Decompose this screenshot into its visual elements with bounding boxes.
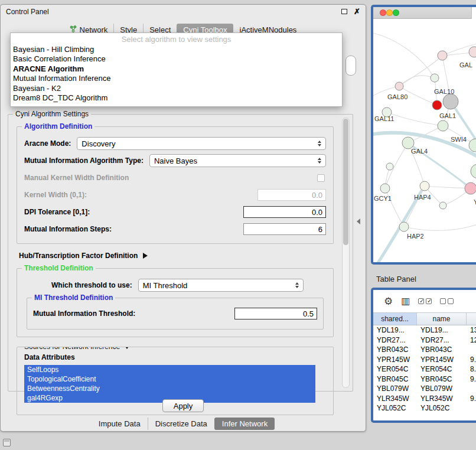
table-row[interactable]: YLR345WYLR345W9. [373, 394, 476, 404]
mi-steps-input[interactable] [243, 223, 326, 235]
zoom-button[interactable] [393, 9, 399, 16]
column-header-extra[interactable] [467, 313, 476, 325]
table-cell: YJL052C [417, 403, 467, 413]
table-row[interactable]: YJL052CYJL052C [373, 403, 476, 413]
table-row[interactable]: YPR145WYPR145W9. [373, 355, 476, 365]
network-edge [404, 224, 476, 230]
tab-discretize-data[interactable]: Discretize Data [148, 418, 214, 430]
column-header-name[interactable]: name [417, 313, 467, 325]
dropdown-arrows-icon [295, 282, 299, 288]
algorithm-item-bayesian-hill-climbing[interactable]: Bayesian - Hill Climbing [11, 45, 342, 55]
mi-algorithm-type-select[interactable]: Naive Bayes [149, 154, 326, 167]
table-cell: YDR27... [373, 335, 417, 345]
settings-scrollbar[interactable] [342, 118, 350, 388]
select-all-icon[interactable] [418, 298, 432, 304]
network-node[interactable] [380, 184, 390, 193]
mi-type-row: Mutual Information Algorithm Type: Naive… [24, 154, 326, 167]
algorithm-item-dream8-dc-tdc-algorithm[interactable]: Dream8 DC_TDC Algorithm [11, 93, 342, 103]
network-node[interactable] [402, 137, 414, 149]
network-node[interactable] [395, 82, 403, 90]
deselect-all-icon[interactable] [440, 298, 454, 304]
column-config-icon[interactable]: ▥ [401, 296, 410, 306]
network-node[interactable] [465, 182, 476, 194]
algorithm-item-bayesian-k2[interactable]: Bayesian - K2 [11, 84, 342, 94]
network-canvas[interactable]: GALGAL80GAL10GAL11GAL1SWI4GAL4GCY1HAP4HA… [373, 19, 476, 262]
minimized-panel-icon[interactable] [3, 439, 11, 446]
attribute-item-selfloops[interactable]: SelfLoops [24, 365, 315, 374]
apply-button[interactable]: Apply [162, 399, 204, 412]
manual-kernel-checkbox[interactable] [317, 174, 325, 182]
algorithm-item-basic-correlation-inference[interactable]: Basic Correlation Inference [11, 54, 342, 64]
network-node[interactable] [386, 163, 393, 170]
network-node-label: Y [474, 198, 476, 206]
settings-gear-icon[interactable]: ⚙ [384, 296, 393, 306]
hub-definition-toggle[interactable]: Hub/Transcription Factor Definition [19, 252, 334, 260]
table-panel-title: Table Panel [376, 275, 416, 283]
cyni-settings-panel: Cyni Algorithm Settings Algorithm Defini… [8, 114, 353, 392]
network-node[interactable] [438, 120, 448, 131]
close-button[interactable] [380, 9, 386, 16]
aracne-mode-label: Aracne Mode: [24, 139, 71, 148]
sources-title[interactable]: Sources for Network Inference [22, 347, 132, 351]
mi-threshold-row: Mutual Information Threshold: [33, 307, 317, 320]
attribute-item-topologicalcoefficient[interactable]: TopologicalCoefficient [24, 374, 315, 384]
threshold-definition-title: Threshold Definition [22, 264, 96, 272]
table-row[interactable]: YBL079WYBL079W [373, 384, 476, 394]
table-cell: YBR045C [417, 374, 467, 384]
algorithm-item-aracne-algorithm[interactable]: ARACNE Algorithm [11, 64, 342, 74]
column-header-shared[interactable]: shared... [373, 313, 417, 325]
table-row[interactable]: YDR27...YDR27...12 [373, 335, 476, 345]
table-row[interactable]: YBR043CYBR043C [373, 345, 476, 355]
network-node-label: GAL11 [374, 115, 394, 122]
table-row[interactable]: YBR045CYBR045C9. [373, 374, 476, 384]
table-cell: YBR045C [373, 374, 417, 384]
dpi-tolerance-input[interactable] [243, 206, 326, 218]
network-node[interactable] [439, 202, 446, 209]
tab-infer-network[interactable]: Infer Network [214, 418, 275, 430]
settings-scrollbar-thumb[interactable] [343, 119, 348, 245]
expand-right-icon [143, 253, 148, 259]
dpi-tolerance-label: DPI Tolerance [0,1]: [24, 208, 90, 216]
mi-threshold-definition-title: MI Threshold Definition [32, 294, 115, 302]
network-node[interactable] [469, 139, 476, 152]
network-node[interactable] [420, 181, 429, 191]
close-panel-icon[interactable]: ✗ [354, 8, 360, 15]
aracne-mode-select[interactable]: Discovery [77, 137, 326, 150]
algorithm-item-mutual-information-inference[interactable]: Mutual Information Inference [11, 74, 342, 84]
network-node[interactable] [432, 100, 442, 110]
network-edge [387, 112, 443, 126]
tab-impute-data[interactable]: Impute Data [92, 418, 148, 430]
table-cell [467, 403, 476, 413]
which-threshold-select[interactable]: MI Threshold [138, 279, 304, 292]
collapse-down-icon [124, 347, 130, 349]
network-window-titlebar[interactable] [373, 7, 476, 19]
sources-title-text: Sources for Network Inference [24, 347, 120, 351]
network-node-label: GAL1 [439, 112, 456, 119]
float-window-icon[interactable] [341, 9, 347, 14]
network-node-label: HAP4 [414, 194, 431, 201]
table-cell: YDR27... [417, 335, 467, 345]
mi-threshold-input[interactable] [234, 308, 317, 319]
network-node[interactable] [438, 51, 447, 60]
minimize-button[interactable] [386, 9, 393, 16]
algorithm-definition-group: Algorithm Definition Aracne Mode: Discov… [17, 126, 334, 244]
table-body: YDL19...YDL19...13YDR27...YDR27...12YBR0… [373, 325, 476, 413]
mi-steps-row: Mutual Information Steps: [24, 223, 326, 236]
network-edge [425, 186, 471, 188]
attribute-item-betweennesscentrality[interactable]: BetweennessCentrality [24, 384, 315, 393]
algorithm-definition-title: Algorithm Definition [22, 122, 94, 131]
manual-kernel-row: Manual Kernel Width Definition [24, 171, 326, 184]
mi-algorithm-type-label: Mutual Information Algorithm Type: [24, 156, 144, 165]
network-node-label: GAL10 [434, 88, 454, 95]
settings-group-title: Cyni Algorithm Settings [13, 110, 91, 118]
table-row[interactable]: YDL19...YDL19...13 [373, 325, 476, 335]
data-attributes-list: SelfLoopsTopologicalCoefficientBetweenne… [24, 365, 315, 403]
network-node[interactable] [431, 74, 439, 82]
table-row[interactable]: YER054CYER054C8. [373, 364, 476, 374]
network-node[interactable] [443, 94, 458, 109]
network-node[interactable] [469, 47, 476, 57]
panel-splitter-handle[interactable] [357, 219, 360, 224]
network-node[interactable] [471, 164, 476, 178]
network-edge [385, 188, 404, 227]
network-node[interactable] [399, 222, 409, 231]
